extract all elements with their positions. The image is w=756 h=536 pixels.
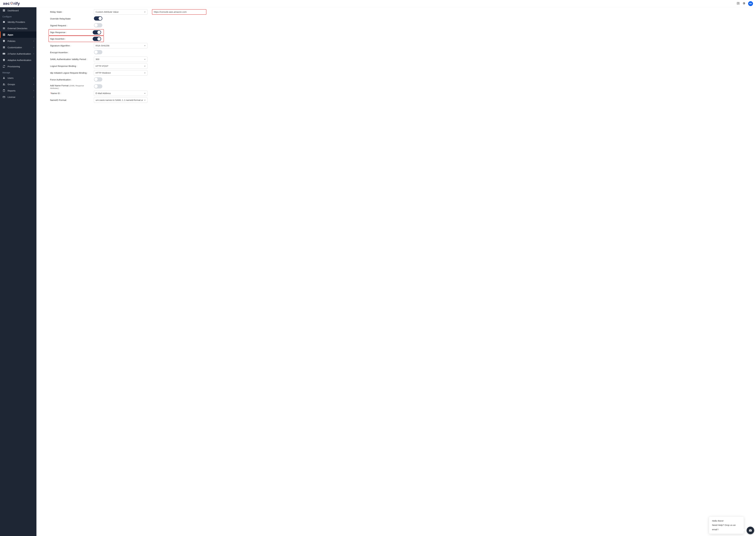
svg-rect-28 — [3, 96, 5, 98]
svg-point-16 — [4, 41, 4, 41]
logo: xec rify — [3, 1, 20, 6]
row-add-name-format: Add Name Format (SAML Response Attribute… — [50, 83, 209, 90]
list-icon — [2, 27, 5, 30]
svg-rect-1 — [4, 9, 5, 10]
shield-check-icon — [2, 58, 5, 62]
sync-icon — [2, 65, 5, 68]
svg-rect-12 — [5, 34, 5, 35]
sidebar-item-label: External Directories — [8, 27, 27, 30]
row-sig-algo: Signature Algorithm : RSA-SHA256 — [50, 42, 209, 49]
svg-rect-13 — [3, 35, 4, 36]
svg-rect-27 — [4, 89, 4, 90]
idp-logout-label: Idp Initiated Logout Request Binding : — [50, 72, 94, 74]
add-name-format-label: Add Name Format (SAML Response Attribute… — [50, 84, 94, 89]
name-id-label: *Name ID : — [50, 92, 94, 94]
main-content: Relay State : Custom Attribute Value Ove… — [36, 7, 756, 536]
chevron-right-icon: › — [33, 52, 34, 55]
relay-state-select[interactable]: Custom Attribute Value — [94, 9, 148, 15]
sidebar-item-license[interactable]: License › — [0, 94, 36, 100]
svg-rect-19 — [3, 48, 4, 48]
docs-icon[interactable] — [737, 2, 740, 5]
relay-state-label: Relay State : — [50, 11, 94, 13]
avatar-initials: NS — [749, 3, 752, 5]
svg-rect-0 — [3, 9, 4, 10]
sidebar-item-label: Policies — [8, 40, 16, 42]
sidebar-item-identity-providers[interactable]: Identity Providers — [0, 19, 36, 25]
sidebar-item-label: Groups — [8, 83, 15, 85]
row-force-auth: Force Authentication : — [50, 76, 209, 83]
sign-response-toggle[interactable] — [93, 30, 101, 34]
svg-rect-3 — [4, 11, 5, 12]
badge-icon: 123 — [2, 52, 5, 55]
svg-text:123: 123 — [3, 53, 5, 54]
gear-icon[interactable] — [742, 2, 745, 5]
sidebar-item-reports[interactable]: Reports › — [0, 87, 36, 94]
sidebar-item-dashboard[interactable]: Dashboard — [0, 7, 36, 14]
encrypt-assertion-toggle[interactable] — [94, 50, 102, 54]
nameid-format-label: NameID Format: — [50, 99, 94, 101]
sidebar-item-groups[interactable]: Groups › — [0, 81, 36, 87]
sidebar-item-users[interactable]: Users › — [0, 75, 36, 81]
chevron-right-icon: › — [33, 40, 34, 42]
logo-text-pre: xec — [3, 1, 10, 6]
svg-rect-8 — [4, 34, 4, 34]
sidebar-item-label: Customization — [8, 46, 22, 49]
sidebar-item-label: License — [8, 96, 16, 98]
logout-binding-select[interactable]: HTTP-POST — [94, 63, 148, 69]
idp-logout-select[interactable]: HTTP-Redirect — [94, 70, 148, 76]
sidebar-item-external-directories[interactable]: External Directories — [0, 25, 36, 31]
chat-line2: Need Help? Drop us an email ! — [712, 523, 741, 532]
row-relay-state: Relay State : Custom Attribute Value — [50, 9, 209, 15]
svg-rect-14 — [4, 35, 4, 36]
chevron-right-icon: › — [33, 89, 34, 92]
logout-binding-label: Logout Response Binding : — [50, 65, 94, 67]
svg-rect-5 — [3, 28, 5, 28]
svg-rect-10 — [3, 34, 4, 35]
chat-button[interactable] — [747, 527, 754, 534]
sidebar-item-apps[interactable]: Apps — [0, 31, 36, 38]
sign-assertion-label: Sign Assertion : — [50, 38, 93, 40]
user-icon — [2, 76, 5, 80]
nameid-format-select[interactable]: urn:oasis:names:tc:SAML:1.1:nameid-forma… — [94, 97, 148, 103]
dashboard-icon — [2, 9, 5, 12]
relay-state-url-input[interactable] — [152, 9, 206, 15]
name-id-select[interactable]: E-Mail Address — [94, 90, 148, 96]
sidebar-item-label: Adaptive Authentication — [8, 59, 31, 61]
sidebar-section-configure: Configure — [0, 14, 36, 19]
sign-assertion-toggle[interactable] — [93, 37, 101, 41]
signed-request-toggle[interactable] — [94, 23, 102, 27]
row-encrypt-assertion: Encrypt Assertion : — [50, 49, 209, 56]
force-auth-label: Force Authentication : — [50, 78, 94, 81]
sidebar-item-customization[interactable]: Customization › — [0, 44, 36, 50]
sidebar-item-2fa[interactable]: 123 2-Factor Authentication › — [0, 50, 36, 57]
row-sign-response: Sign Response : — [50, 29, 209, 36]
saml-validity-select[interactable]: 300 — [94, 56, 148, 62]
override-relaystate-toggle[interactable] — [94, 16, 102, 20]
logo-mark — [10, 1, 14, 6]
encrypt-assertion-label: Encrypt Assertion : — [50, 51, 94, 54]
puzzle-icon — [2, 46, 5, 49]
add-name-format-toggle[interactable] — [94, 84, 102, 88]
force-auth-toggle[interactable] — [94, 77, 102, 82]
sidebar-item-adaptive-auth[interactable]: Adaptive Authentication — [0, 57, 36, 63]
chat-popup: Hello there! Need Help? Drop us an email… — [709, 517, 744, 534]
sign-response-label: Sign Response : — [50, 31, 93, 34]
sig-algo-select[interactable]: RSA-SHA256 — [94, 43, 148, 49]
svg-rect-2 — [3, 11, 4, 12]
signed-request-label: Signed Request : — [50, 24, 94, 27]
avatar[interactable]: NS — [748, 1, 753, 6]
header-actions: NS — [737, 1, 753, 6]
chevron-right-icon: › — [33, 83, 34, 85]
sidebar-item-policies[interactable]: Policies › — [0, 38, 36, 44]
svg-rect-4 — [3, 27, 5, 28]
svg-point-24 — [3, 83, 4, 84]
sidebar-item-provisioning[interactable]: Provisioning — [0, 63, 36, 70]
row-signed-request: Signed Request : — [50, 22, 209, 29]
mail-icon — [749, 529, 752, 532]
clipboard-icon — [2, 89, 5, 92]
row-logout-binding: Logout Response Binding : HTTP-POST — [50, 63, 209, 69]
group-icon — [2, 83, 5, 86]
svg-rect-11 — [4, 34, 4, 35]
svg-point-25 — [4, 84, 5, 84]
svg-rect-7 — [3, 34, 4, 34]
